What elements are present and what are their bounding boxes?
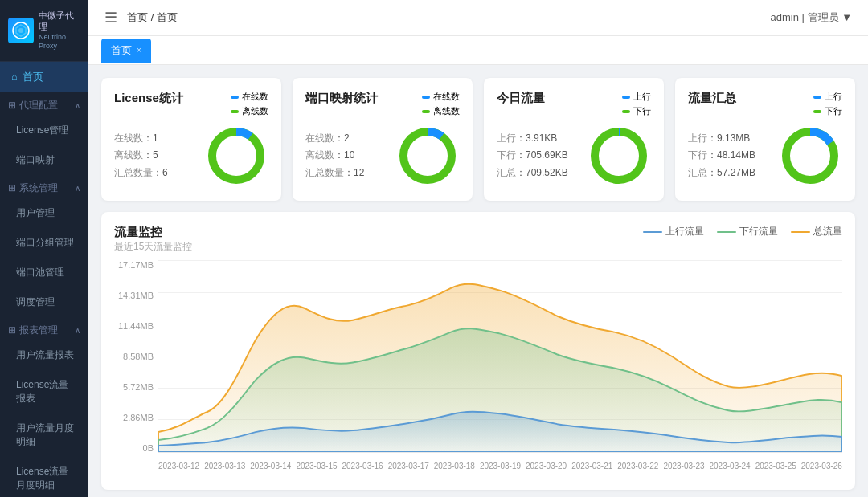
sidebar: 中微子代理 Neutrino Proxy ⌂ 首页 ⊞ 代理配置 ∧ Licen… xyxy=(0,0,88,497)
license-offline-legend: 离线数 xyxy=(231,105,268,117)
today-flow-info: 上行：3.91KB 下行：705.69KB 汇总：709.52KB xyxy=(497,130,568,182)
chart-header: 流量监控 最近15天流量监控 上行流量 下行流量 总流量 xyxy=(114,225,842,254)
sidebar-item-port-group[interactable]: 端口分组管理 xyxy=(0,228,88,258)
today-flow-donut xyxy=(587,124,651,188)
chart-svg xyxy=(158,260,842,452)
tf-green-dot xyxy=(622,110,630,113)
topbar-left: ☰ 首页 / 首页 xyxy=(104,9,178,26)
license-stat-card: License统计 在线数 离线数 在线数：1 xyxy=(101,78,281,201)
svg-point-3 xyxy=(212,132,260,180)
topbar: ☰ 首页 / 首页 admin | 管理员 ▼ xyxy=(88,0,868,36)
port-mapping-stat-card: 端口映射统计 在线数 离线数 在线数：2 xyxy=(293,78,473,201)
content-area: License统计 在线数 离线数 在线数：1 xyxy=(88,65,868,497)
sidebar-section-proxy: ⊞ 代理配置 ∧ xyxy=(0,92,88,116)
svg-point-7 xyxy=(595,132,643,180)
report-icon: ⊞ xyxy=(8,324,16,336)
chart-area: 17.17MB 14.31MB 11.44MB 8.58MB 5.72MB 2.… xyxy=(114,260,842,477)
user-menu[interactable]: admin | 管理员 ▼ xyxy=(770,10,852,25)
sidebar-item-port-pool[interactable]: 端口池管理 xyxy=(0,258,88,287)
down-line-icon xyxy=(717,231,736,233)
license-donut xyxy=(204,124,268,188)
chart-plot xyxy=(158,260,842,453)
flow-summary-card: 流量汇总 上行 下行 上行：9.13MB xyxy=(675,78,855,201)
svg-point-5 xyxy=(403,132,452,180)
flow-summary-info: 上行：9.13MB 下行：48.14MB 汇总：57.27MB xyxy=(688,130,755,182)
flow-summary-title: 流量汇总 xyxy=(688,91,736,106)
chart-title: 流量监控 xyxy=(114,225,192,240)
sidebar-item-user-mgmt[interactable]: 用户管理 xyxy=(0,198,88,228)
today-flow-legend: 上行 下行 xyxy=(622,91,651,117)
arrow-icon2: ∧ xyxy=(75,184,80,193)
sidebar-item-schedule[interactable]: 调度管理 xyxy=(0,287,88,317)
main-area: ☰ 首页 / 首页 admin | 管理员 ▼ 首页 × License统计 xyxy=(88,0,868,497)
chart-xaxis: 2023-03-12 2023-03-13 2023-03-14 2023-03… xyxy=(158,454,842,477)
license-online-legend: 在线数 xyxy=(231,91,268,103)
chart-legend-up: 上行流量 xyxy=(643,225,704,238)
sidebar-item-user-monthly[interactable]: 用户流量月度明细 xyxy=(0,413,88,457)
chart-legend-total: 总流量 xyxy=(791,225,842,238)
logo-text: 中微子代理 Neutrino Proxy xyxy=(39,10,80,51)
sidebar-item-home[interactable]: ⌂ 首页 xyxy=(0,62,88,92)
sidebar-item-license-flow[interactable]: License流量报表 xyxy=(0,370,88,413)
port-mapping-legend: 在线数 离线数 xyxy=(422,91,460,117)
chart-legend: 上行流量 下行流量 总流量 xyxy=(643,225,842,238)
stat-cards: License统计 在线数 离线数 在线数：1 xyxy=(101,78,855,201)
license-stat-info: 在线数：1 离线数：5 汇总数量：6 xyxy=(114,130,168,182)
sidebar-section-report: ⊞ 报表管理 ∧ xyxy=(0,317,88,340)
chart-section: 流量监控 最近15天流量监控 上行流量 下行流量 总流量 xyxy=(101,212,855,490)
hamburger-icon[interactable]: ☰ xyxy=(104,9,117,26)
tab-home[interactable]: 首页 × xyxy=(101,39,151,63)
home-icon: ⌂ xyxy=(11,71,18,83)
logo: 中微子代理 Neutrino Proxy xyxy=(0,0,88,62)
tab-close-icon[interactable]: × xyxy=(137,46,141,55)
logo-icon xyxy=(8,18,34,43)
tabbar: 首页 × xyxy=(88,36,868,65)
up-line-icon xyxy=(643,231,662,233)
pm-blue-dot xyxy=(422,96,430,99)
fs-green-dot xyxy=(813,110,821,113)
arrow-icon: ∧ xyxy=(75,101,80,110)
tf-blue-dot xyxy=(622,96,630,99)
license-card-title: License统计 xyxy=(114,91,183,106)
total-line-icon xyxy=(791,231,810,233)
port-mapping-stat-info: 在线数：2 离线数：10 汇总数量：12 xyxy=(305,130,364,182)
blue-dot xyxy=(231,96,239,99)
sidebar-item-license[interactable]: License管理 xyxy=(0,116,88,145)
today-flow-card: 今日流量 上行 下行 上行：3.91KB xyxy=(484,78,664,201)
chart-yaxis: 17.17MB 14.31MB 11.44MB 8.58MB 5.72MB 2.… xyxy=(114,260,158,453)
today-flow-title: 今日流量 xyxy=(497,91,545,106)
fs-blue-dot xyxy=(813,96,821,99)
flow-summary-legend: 上行 下行 xyxy=(813,91,842,117)
svg-point-2 xyxy=(18,28,23,33)
sidebar-item-port-mapping[interactable]: 端口映射 xyxy=(0,145,88,175)
sidebar-section-sys: ⊞ 系统管理 ∧ xyxy=(0,175,88,198)
port-mapping-card-title: 端口映射统计 xyxy=(305,91,378,106)
port-mapping-donut xyxy=(395,124,460,188)
breadcrumb: 首页 / 首页 xyxy=(127,10,178,25)
chart-subtitle: 最近15天流量监控 xyxy=(114,240,192,254)
sidebar-item-license-monthly[interactable]: License流量月度明细 xyxy=(0,457,88,497)
grid-icon: ⊞ xyxy=(8,100,16,111)
flow-summary-donut xyxy=(778,124,842,188)
sidebar-item-user-flow[interactable]: 用户流量报表 xyxy=(0,340,88,370)
pm-green-dot xyxy=(422,110,430,113)
sys-icon: ⊞ xyxy=(8,182,16,194)
chart-legend-down: 下行流量 xyxy=(717,225,778,238)
green-dot xyxy=(231,110,239,113)
license-legend: 在线数 离线数 xyxy=(231,91,268,117)
arrow-icon3: ∧ xyxy=(75,326,80,335)
